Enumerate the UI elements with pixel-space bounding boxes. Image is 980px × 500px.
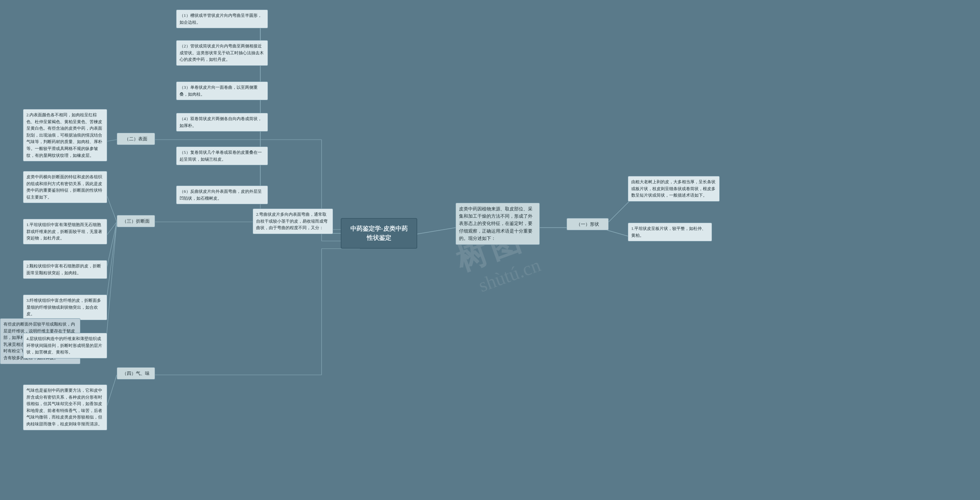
right-shape-label: （一）形状 (576, 221, 599, 227)
right-shape-detail2-node: 1.平坦状皮呈板片状，较平整，如杜仲、黄柏。 (628, 223, 712, 241)
smell-branch-label: （四）气、味 (122, 371, 150, 376)
surface-branch-label: （二）表面 (124, 136, 147, 142)
bend-2-node: （2）管状或筒状皮片向内弯曲至两侧相接近成管状。这类形状常见于幼工时抽心法抽去木… (176, 40, 268, 66)
right-shape-detail1-node: 由粗大老树上剥的皮，大多相当厚，呈长条状或板片状，枝皮则呈细条状或卷筒状，根皮多… (628, 176, 720, 202)
bend-6-node: （6）反曲状皮片向外表面弯曲，皮的外层呈凹陷状，如石榴树皮。 (176, 186, 268, 204)
cross-1-node: 1.平坦状组织中富有薄壁细胞而无石细胞群或纤维束的皮，折断面较平坦，无显著突起物… (23, 219, 107, 244)
bend-1-node: （1）槽状或半管状皮片向内弯曲呈半圆形，如企边桂。 (176, 10, 268, 28)
bend-6-text: （6）反曲状皮片向外表面弯曲，皮的外层呈凹陷状，如石榴树皮。 (180, 189, 262, 200)
cross-intro-text: 皮类中药横向折断面的特征和皮的各组织的组成和排列方式有密切关系，因此是皮类中药的… (26, 174, 102, 199)
cross-1-text: 1.平坦状组织中富有薄壁细胞而无石细胞群或纤维束的皮，折断面较平坦，无显著突起物… (26, 222, 102, 240)
cross-intro-node: 皮类中药横向折断面的特征和皮的各组织的组成和排列方式有密切关系，因此是皮类中药的… (23, 171, 107, 203)
right-shape-branch[interactable]: （一）形状 (567, 218, 609, 230)
cross-2-text: 2.颗粒状组织中富有石细胞群的皮，折断面常呈颗粒状突起，如肉桂。 (26, 264, 101, 275)
cross-branch-node[interactable]: （三）折断面 (117, 215, 155, 227)
right-shape-detail1-text: 由粗大老树上剥的皮，大多相当厚，呈长条状或板片状，枝皮则呈细条状或卷筒状，根皮多… (631, 179, 715, 197)
cross-3-text: 3.纤维状组织中富含纤维的皮，折断面多显细的纤维状物或刺状物突出，如合欢皮。 (26, 298, 101, 316)
bend-desc-text: 2.弯曲状皮片多向内表面弯曲，通常取自枝干或较小茎干的皮，易收缩而成弯曲状，由于… (256, 212, 328, 230)
bend-5-node: （5）复卷筒状几个单卷或双卷的皮重叠在一起呈筒状，如锡兰桂皮。 (176, 147, 268, 165)
center-label: 中药鉴定学-皮类中药性状鉴定 (349, 224, 409, 243)
cross-branch-label: （三）折断面 (122, 218, 150, 224)
watermark2: shùtú.cn (475, 254, 544, 296)
right-desc-text: 皮类中药因植物来源、取皮部位、采集和加工干燥的方法不同，形成了外表形态上的变化特… (459, 206, 532, 241)
bend-3-text: （3）单卷状皮片向一面卷曲，以至两侧重叠，如肉桂。 (180, 85, 258, 96)
bend-1-text: （1）槽状或半管状皮片向内弯曲呈半圆形，如企边桂。 (180, 13, 262, 24)
bend-desc-node: 2.弯曲状皮片多向内表面弯曲，通常取自枝干或较小茎干的皮，易收缩而成弯曲状，由于… (253, 208, 333, 234)
bend-3-node: （3）单卷状皮片向一面卷曲，以至两侧重叠，如肉桂。 (176, 81, 268, 100)
smell-desc-text: 气味也是鉴别中药的重要方法，它和皮中所含成分有密切关系，各种皮的分形有时很相似，… (26, 388, 102, 426)
cross-3-node: 3.纤维状组织中富含纤维的皮，折断面多显细的纤维状物或刺状物突出，如合欢皮。 (23, 295, 107, 320)
surface-branch-node[interactable]: （二）表面 (117, 133, 155, 145)
cross-4-node: 4.层状组织构造中的纤维束和薄壁组织成环带状间隔排列，折断时形成明显的层片状，如… (23, 333, 107, 358)
right-desc-node: 皮类中药因植物来源、取皮部位、采集和加工干燥的方法不同，形成了外表形态上的变化特… (456, 203, 540, 245)
cross-4-text: 4.层状组织构造中的纤维束和薄壁组织成环带状间隔排列，折断时形成明显的层片状，如… (26, 336, 102, 354)
smell-branch-node[interactable]: （四）气、味 (117, 367, 155, 379)
center-node[interactable]: 中药鉴定学-皮类中药性状鉴定 (341, 218, 417, 249)
bend-5-text: （5）复卷筒状几个单卷或双卷的皮重叠在一起呈筒状，如锡兰桂皮。 (180, 150, 262, 161)
bend-2-text: （2）管状或筒状皮片向内弯曲至两侧相接近成管状。这类形状常见于幼工时抽心法抽去木… (180, 44, 264, 62)
cross-2-node: 2.颗粒状组织中富有石细胞群的皮，折断面常呈颗粒状突起，如肉桂。 (23, 260, 107, 279)
surface-desc-node: 2.内表面颜色各不相同，如肉桂呈红棕色、杜仲呈紫褐色、黄柏呈黄色、苦楝皮呈黄白色… (23, 109, 107, 161)
surface-desc-text: 2.内表面颜色各不相同，如肉桂呈红棕色、杜仲呈紫褐色、黄柏呈黄色、苦楝皮呈黄白色… (26, 112, 102, 158)
smell-desc-node: 气味也是鉴别中药的重要方法，它和皮中所含成分有密切关系，各种皮的分形有时很相似，… (23, 384, 107, 430)
svg-line-2 (605, 199, 632, 226)
connector-lines (0, 0, 980, 500)
right-shape-detail2-text: 1.平坦状皮呈板片状，较平整，如杜仲、黄柏。 (631, 226, 706, 238)
bend-4-text: （4）双卷筒状皮片两侧各自向内卷成筒状，如厚朴。 (180, 116, 262, 128)
bend-4-node: （4）双卷筒状皮片两侧各自向内卷成筒状，如厚朴。 (176, 113, 268, 132)
mindmap-container: 树图 shùtú.cn (0, 0, 980, 500)
